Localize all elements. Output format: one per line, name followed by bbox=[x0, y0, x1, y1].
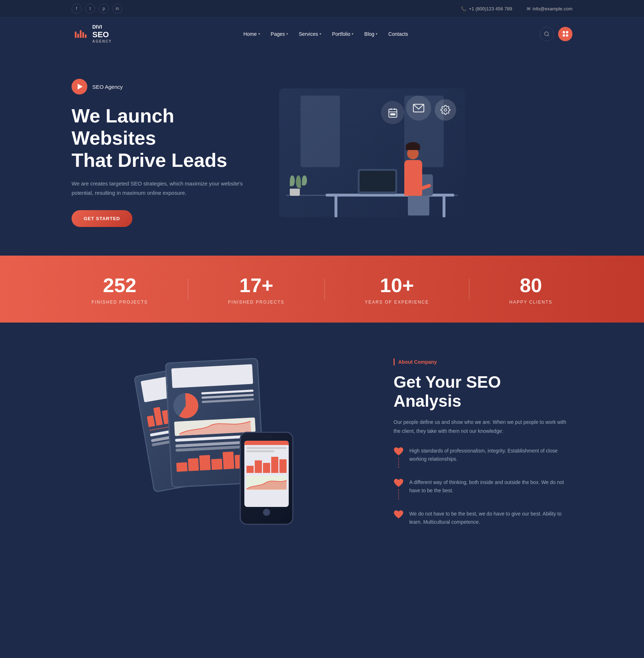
window-left bbox=[301, 96, 340, 167]
heart-icon-1 bbox=[394, 447, 404, 456]
menu-dots-icon bbox=[562, 30, 569, 37]
nav-actions bbox=[540, 27, 572, 41]
instagram-icon[interactable]: in bbox=[112, 4, 122, 14]
nav-home-chevron: ▾ bbox=[258, 32, 260, 36]
svg-rect-8 bbox=[390, 113, 392, 115]
facebook-icon[interactable]: f bbox=[72, 4, 82, 14]
speech-bubble-email bbox=[406, 96, 431, 121]
nav-pages-label: Pages bbox=[271, 31, 285, 37]
search-button[interactable] bbox=[540, 27, 554, 41]
phone-header bbox=[244, 441, 289, 445]
person-hair bbox=[406, 142, 420, 150]
logo-bar-5 bbox=[85, 34, 87, 38]
nav-services[interactable]: Services ▾ bbox=[299, 31, 321, 37]
nav-contacts-label: Contacts bbox=[388, 31, 408, 37]
svg-point-0 bbox=[545, 32, 548, 36]
phone-area bbox=[247, 476, 287, 490]
feature-list: High standards of professionalism, integ… bbox=[394, 447, 572, 527]
legend-2 bbox=[201, 394, 254, 399]
pie-chart bbox=[173, 393, 199, 419]
logo-text: DIVI SEO AGENCY bbox=[92, 24, 112, 44]
hero-badge-text: SEO Agency bbox=[92, 84, 123, 90]
nav-portfolio[interactable]: Portfolio ▾ bbox=[332, 31, 353, 37]
section-title: Get Your SEO Analysis bbox=[394, 373, 572, 411]
logo-bar-1 bbox=[75, 32, 77, 38]
phone-icon: 📞 bbox=[461, 6, 467, 11]
bar-1 bbox=[147, 416, 155, 427]
tablet-mid-content bbox=[167, 387, 260, 422]
laptop bbox=[358, 169, 397, 194]
nav-menu: Home ▾ Pages ▾ Services ▾ Portfolio ▾ Bl… bbox=[243, 31, 408, 37]
dot-1 bbox=[563, 31, 565, 33]
phone-line-2 bbox=[247, 450, 274, 452]
laptop-screen bbox=[360, 171, 395, 192]
pinterest-icon[interactable]: p bbox=[99, 4, 109, 14]
p-bar-4 bbox=[271, 457, 278, 473]
about-image bbox=[72, 360, 365, 525]
plant-pot bbox=[290, 189, 300, 196]
heart-icon-3 bbox=[394, 510, 404, 519]
phone-number: +1 (800)123 456 789 bbox=[469, 6, 512, 11]
feature-text-2: A different way of thinking, both inside… bbox=[409, 478, 572, 495]
menu-toggle-button[interactable] bbox=[558, 27, 572, 41]
legend-3 bbox=[202, 398, 254, 403]
person-body bbox=[404, 160, 422, 196]
svg-rect-9 bbox=[392, 113, 394, 115]
nav-services-label: Services bbox=[299, 31, 318, 37]
nav-home-label: Home bbox=[243, 31, 257, 37]
top-bar: f t p in 📞 +1 (800)123 456 789 ✉ info@ex… bbox=[0, 0, 644, 18]
logo-divi: DIVI bbox=[92, 24, 112, 30]
bar-2 bbox=[153, 407, 163, 426]
nav-contacts[interactable]: Contacts bbox=[388, 31, 408, 37]
stat-finished-projects-1: 252 FINISHED PROJECTS bbox=[92, 274, 148, 305]
logo[interactable]: DIVI SEO AGENCY bbox=[72, 24, 112, 44]
hero-title-line1: We Launch Websites bbox=[72, 105, 174, 149]
legend-1 bbox=[201, 390, 253, 395]
play-button[interactable] bbox=[72, 79, 87, 95]
mini-bar-2 bbox=[188, 458, 199, 471]
nav-home[interactable]: Home ▾ bbox=[243, 31, 260, 37]
about-content: About Company Get Your SEO Analysis Our … bbox=[394, 358, 572, 527]
hero-title: We Launch Websites That Drive Leads bbox=[72, 105, 243, 171]
p-bar-2 bbox=[255, 460, 262, 473]
nav-portfolio-label: Portfolio bbox=[332, 31, 350, 37]
stat-label-1: FINISHED PROJECTS bbox=[92, 300, 148, 305]
stat-number-1: 252 bbox=[92, 274, 148, 297]
feature-item-1: High standards of professionalism, integ… bbox=[394, 447, 572, 468]
stat-divider-3 bbox=[469, 279, 469, 300]
desk-leg-left bbox=[335, 196, 337, 217]
dot-4 bbox=[566, 34, 568, 37]
section-description: Our people define us and show who we are… bbox=[394, 418, 572, 436]
get-started-button[interactable]: GET STARTED bbox=[72, 210, 132, 227]
dot-2 bbox=[566, 31, 568, 33]
contact-info: 📞 +1 (800)123 456 789 ✉ info@example.com bbox=[461, 6, 572, 11]
logo-bar-3 bbox=[80, 30, 82, 38]
stat-label-2: FINISHED PROJECTS bbox=[228, 300, 284, 305]
about-section: About Company Get Your SEO Analysis Our … bbox=[0, 323, 644, 562]
tablet-mid-header bbox=[171, 364, 253, 388]
hero-subtitle: We are creates targeted SEO strategies, … bbox=[72, 179, 243, 197]
logo-bars bbox=[75, 30, 87, 38]
feature-text-1: High standards of professionalism, integ… bbox=[409, 447, 572, 464]
svg-rect-10 bbox=[394, 113, 395, 115]
feature-icon-wrap-1 bbox=[394, 447, 404, 468]
feature-text-3: We do not have to be the best, we do hav… bbox=[409, 510, 572, 527]
nav-pages[interactable]: Pages ▾ bbox=[271, 31, 288, 37]
plant-leaf-2 bbox=[296, 175, 301, 188]
stat-divider-2 bbox=[325, 279, 325, 300]
p-bar-5 bbox=[279, 459, 287, 473]
hero-badge: SEO Agency bbox=[72, 79, 243, 95]
stats-section: 252 FINISHED PROJECTS 17+ FINISHED PROJE… bbox=[0, 256, 644, 323]
mini-bar-3 bbox=[199, 455, 211, 470]
nav-blog-chevron: ▾ bbox=[376, 32, 377, 36]
play-triangle-icon bbox=[78, 84, 83, 89]
hero-illustration bbox=[279, 88, 465, 217]
mini-bar-1 bbox=[176, 463, 187, 472]
stat-number-3: 10+ bbox=[365, 274, 429, 297]
nav-blog[interactable]: Blog ▾ bbox=[364, 31, 377, 37]
email-contact: ✉ info@example.com bbox=[527, 6, 572, 11]
twitter-icon[interactable]: t bbox=[85, 4, 95, 14]
nav-pages-chevron: ▾ bbox=[286, 32, 288, 36]
hero-section: SEO Agency We Launch Websites That Drive… bbox=[0, 50, 644, 256]
mini-bar-4 bbox=[211, 459, 222, 470]
